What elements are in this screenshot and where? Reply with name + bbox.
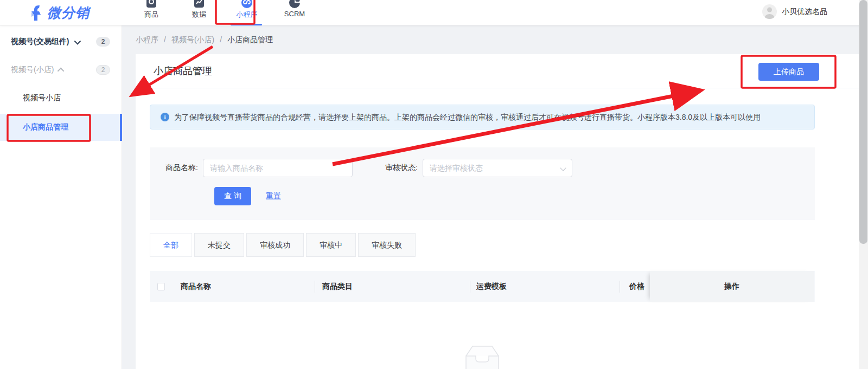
tab-scrm[interactable]: SCRM	[271, 0, 318, 25]
nav-tabs: 商品 数据 小程序 SCRM	[127, 0, 318, 25]
product-bag-icon	[145, 0, 158, 9]
vertical-scrollbar[interactable]	[859, 0, 868, 369]
tab-label: 商品	[127, 10, 175, 20]
breadcrumb-item[interactable]: 小程序	[136, 35, 158, 45]
main-area: 小程序 / 视频号(小店) / 小店商品管理 小店商品管理 上传商品 i 为了保…	[122, 25, 868, 369]
info-icon: i	[161, 113, 169, 121]
column-header-actions: 操作	[650, 271, 814, 302]
sidebar-item-label: 视频号小店	[23, 93, 61, 103]
column-header-freight-template: 运费模板	[470, 271, 620, 302]
product-name-label: 商品名称:	[165, 163, 198, 173]
tab-miniprogram[interactable]: 小程序	[223, 0, 271, 25]
sidebar-item-shop-product-management[interactable]: 小店商品管理	[0, 114, 122, 141]
info-alert-text: 为了保障视频号直播带货商品的合规经营，请选择要上架的商品。上架的商品会经过微信的…	[174, 113, 761, 121]
sidebar-item-video-shop[interactable]: 视频号小店	[0, 89, 122, 107]
audit-status-label: 审核状态:	[385, 163, 418, 173]
breadcrumb-separator: /	[164, 35, 166, 45]
brand-logo-icon	[30, 5, 43, 21]
tab-label: 数据	[175, 10, 223, 20]
reset-link[interactable]: 重置	[266, 191, 281, 201]
audit-status-select-input[interactable]	[423, 159, 572, 177]
count-badge: 2	[96, 65, 110, 75]
brand-logo-text: 微分销	[47, 4, 90, 22]
empty-box-icon	[442, 334, 523, 369]
tab-audit-failed[interactable]: 审核失败	[358, 233, 416, 257]
breadcrumb-item-current: 小店商品管理	[227, 35, 273, 45]
active-tab-underline	[231, 24, 262, 25]
count-badge: 2	[96, 37, 110, 47]
sidebar: 视频号(交易组件) 2 视频号(小店) 2 视频号小店 小店商品管理	[0, 25, 122, 369]
empty-state	[150, 334, 815, 369]
select-all-cell	[150, 271, 173, 302]
audit-status-select[interactable]	[423, 159, 572, 177]
product-name-input[interactable]	[203, 159, 353, 177]
top-navbar: 微分销 商品 数据 小程序	[0, 0, 868, 25]
page-header: 小店商品管理 上传商品	[136, 54, 859, 88]
column-header-category: 商品类目	[315, 271, 470, 302]
tab-all[interactable]: 全部	[150, 233, 192, 257]
breadcrumb: 小程序 / 视频号(小店) / 小店商品管理	[136, 35, 273, 45]
column-header-product-name: 商品名称	[173, 271, 315, 302]
search-button[interactable]: 查 询	[214, 187, 251, 205]
tab-products[interactable]: 商品	[127, 0, 175, 25]
sidebar-group-label: 视频号(交易组件)	[11, 37, 69, 47]
tab-auditing[interactable]: 审核中	[306, 233, 356, 257]
miniprogram-icon	[240, 0, 253, 9]
info-alert: i 为了保障视频号直播带货商品的合规经营，请选择要上架的商品。上架的商品会经过微…	[150, 105, 815, 130]
filter-panel: 商品名称: 审核状态: 查 询 重置	[150, 147, 815, 220]
chevron-down-icon	[74, 37, 81, 44]
user-avatar-icon	[762, 4, 777, 19]
status-tabs: 全部 未提交 审核成功 审核中 审核失败	[150, 233, 859, 257]
breadcrumb-item[interactable]: 视频号(小店)	[171, 35, 214, 45]
tab-not-submitted[interactable]: 未提交	[194, 233, 244, 257]
table-header-row: 商品名称 商品类目 运费模板 价格 操作	[150, 271, 815, 302]
tab-data[interactable]: 数据	[175, 0, 223, 25]
user-account[interactable]: 小贝优选名品	[762, 4, 827, 19]
tab-label: 小程序	[223, 10, 271, 20]
column-header-price: 价格	[620, 271, 650, 302]
user-name: 小贝优选名品	[782, 7, 827, 17]
sidebar-group-video-trade[interactable]: 视频号(交易组件) 2	[0, 33, 122, 50]
content-card: 小店商品管理 上传商品 i 为了保障视频号直播带货商品的合规经营，请选择要上架的…	[136, 54, 859, 369]
page-title: 小店商品管理	[154, 54, 212, 88]
select-all-checkbox[interactable]	[157, 283, 165, 290]
sidebar-item-label: 小店商品管理	[23, 122, 68, 132]
sidebar-group-label: 视频号(小店)	[11, 65, 54, 75]
scrm-clock-icon	[288, 0, 301, 9]
upload-product-button[interactable]: 上传商品	[758, 63, 819, 81]
tab-label: SCRM	[271, 10, 318, 18]
tab-audit-success[interactable]: 审核成功	[246, 233, 304, 257]
brand-logo: 微分销	[30, 4, 90, 22]
sidebar-group-video-shop[interactable]: 视频号(小店) 2	[0, 61, 122, 79]
chevron-up-icon	[58, 67, 65, 74]
scrollbar-thumb[interactable]	[859, 0, 867, 244]
data-chart-icon	[193, 0, 206, 9]
breadcrumb-separator: /	[220, 35, 222, 45]
